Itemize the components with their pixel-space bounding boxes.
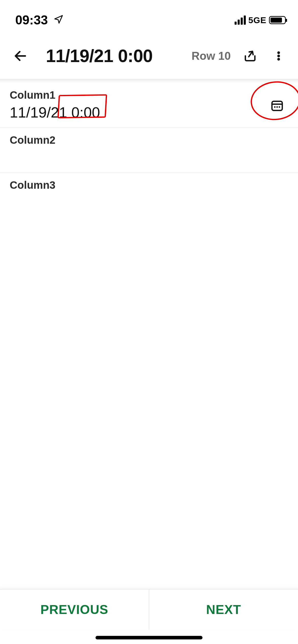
row-indicator: Row 10 [192,50,231,62]
share-button[interactable] [241,47,259,65]
field-value: 11/19/21 0:00 [10,104,288,121]
more-button[interactable] [269,47,288,65]
status-bar: 09:33 5GE [0,0,298,31]
page-title: 11/19/21 0:00 [40,46,181,66]
next-button[interactable]: NEXT [149,590,298,630]
network-label: 5GE [248,15,266,25]
svg-point-5 [276,106,278,108]
field-value [10,149,288,166]
status-left: 09:33 [15,13,64,27]
previous-button[interactable]: PREVIOUS [0,590,149,630]
svg-point-2 [278,58,280,60]
share-icon [243,49,257,63]
svg-point-0 [278,52,280,54]
field-column1[interactable]: Column1 11/19/21 0:00 [0,83,298,128]
appbar-shadow [0,79,298,83]
home-indicator [96,636,202,639]
app-bar: 11/19/21 0:00 Row 10 [0,31,298,79]
bottom-bar: PREVIOUS NEXT [0,589,298,630]
back-button[interactable] [11,47,30,65]
field-column2[interactable]: Column2 [0,128,298,173]
svg-point-1 [278,55,280,57]
battery-icon [269,16,286,24]
field-label: Column3 [10,179,288,191]
svg-point-6 [279,106,280,108]
date-picker-button[interactable] [268,96,286,114]
status-right: 5GE [235,15,286,25]
more-vert-icon [273,50,284,62]
field-label: Column2 [10,134,288,146]
svg-point-4 [274,106,276,108]
field-label: Column1 [10,89,288,101]
signal-icon [235,16,246,25]
location-icon [53,13,64,27]
field-column3[interactable]: Column3 [0,173,298,218]
calendar-icon [270,98,284,112]
svg-rect-3 [272,101,282,110]
status-time: 09:33 [15,13,48,27]
field-value [10,194,288,211]
arrow-left-icon [13,49,28,63]
